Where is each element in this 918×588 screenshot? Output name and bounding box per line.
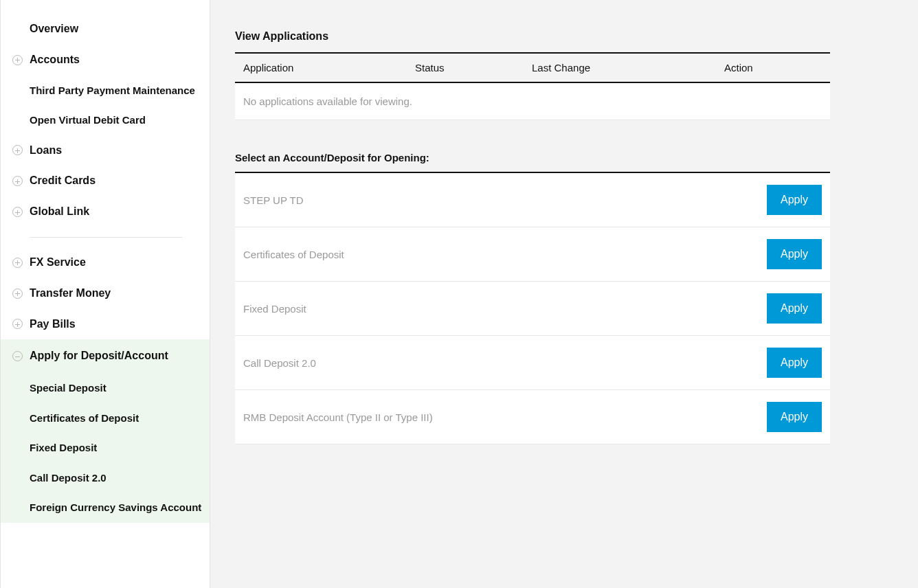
plus-circle-icon <box>12 54 23 65</box>
sidebar-item-overview[interactable]: Overview <box>1 14 210 45</box>
sidebar-item-third-party-payment[interactable]: Third Party Payment Maintenance <box>1 76 210 106</box>
sidebar-item-transfer-money[interactable]: Transfer Money <box>1 278 210 309</box>
deposit-option-row: RMB Deposit Account (Type II or Type III… <box>235 389 830 444</box>
sidebar-item-call-deposit[interactable]: Call Deposit 2.0 <box>1 463 210 493</box>
apply-button[interactable]: Apply <box>767 402 822 432</box>
sidebar-item-fx-service[interactable]: FX Service <box>1 247 210 278</box>
sidebar-group-apply-deposit: Apply for Deposit/Account Special Deposi… <box>1 339 210 522</box>
deposit-option-row: Fixed Deposit Apply <box>235 281 830 335</box>
applications-table-header: Application Status Last Change Action <box>235 54 830 83</box>
apply-button[interactable]: Apply <box>767 185 822 215</box>
deposit-option-label: STEP UP TD <box>243 194 304 206</box>
deposit-option-list: STEP UP TD Apply Certificates of Deposit… <box>235 173 830 444</box>
column-header-action: Action <box>724 62 823 74</box>
sidebar-item-special-deposit[interactable]: Special Deposit <box>1 373 210 403</box>
sidebar-item-open-virtual-debit[interactable]: Open Virtual Debit Card <box>1 105 210 135</box>
sidebar-item-label: Open Virtual Debit Card <box>30 113 146 127</box>
sidebar-item-label: Special Deposit <box>30 381 107 395</box>
sidebar-item-label: Loans <box>30 144 62 158</box>
sidebar-item-label: Apply for Deposit/Account <box>30 349 168 363</box>
sidebar-item-label: Foreign Currency Savings Account <box>30 501 201 514</box>
sidebar-item-accounts[interactable]: Accounts <box>1 45 210 76</box>
column-header-application: Application <box>243 62 415 74</box>
select-account-title: Select an Account/Deposit for Opening: <box>235 152 830 163</box>
sidebar-item-loans[interactable]: Loans <box>1 135 210 166</box>
sidebar-item-label: FX Service <box>30 256 86 270</box>
sidebar-item-label: Pay Bills <box>30 317 76 332</box>
sidebar-divider <box>30 237 182 238</box>
plus-circle-icon <box>12 288 23 299</box>
deposit-option-row: Certificates of Deposit Apply <box>235 227 830 281</box>
deposit-option-row: STEP UP TD Apply <box>235 173 830 227</box>
sidebar-children: Special Deposit Certificates of Deposit … <box>1 373 210 523</box>
sidebar-item-credit-cards[interactable]: Credit Cards <box>1 166 210 196</box>
sidebar-item-pay-bills[interactable]: Pay Bills <box>1 309 210 340</box>
sidebar-item-apply-deposit-account[interactable]: Apply for Deposit/Account <box>1 339 210 373</box>
sidebar-item-label: Accounts <box>30 53 80 67</box>
sidebar-item-label: Global Link <box>30 205 89 219</box>
sidebar-item-label: Call Deposit 2.0 <box>30 471 107 485</box>
plus-circle-icon <box>12 319 23 330</box>
apply-button[interactable]: Apply <box>767 293 822 324</box>
deposit-option-label: Fixed Deposit <box>243 303 306 315</box>
sidebar-item-label: Credit Cards <box>30 174 96 188</box>
sidebar-item-label: Third Party Payment Maintenance <box>30 84 195 98</box>
main-content: View Applications Application Status Las… <box>210 0 918 588</box>
sidebar-item-foreign-currency-savings[interactable]: Foreign Currency Savings Account <box>1 493 210 523</box>
sidebar: Overview Accounts Third Party Payment Ma… <box>0 0 210 588</box>
sidebar-item-certificates-of-deposit[interactable]: Certificates of Deposit <box>1 403 210 433</box>
plus-circle-icon <box>12 176 23 187</box>
sidebar-item-label: Overview <box>30 22 78 36</box>
applications-empty-row: No applications available for viewing. <box>235 83 830 120</box>
deposit-option-row: Call Deposit 2.0 Apply <box>235 335 830 389</box>
sidebar-item-fixed-deposit[interactable]: Fixed Deposit <box>1 433 210 463</box>
apply-button[interactable]: Apply <box>767 348 822 378</box>
sidebar-item-global-link[interactable]: Global Link <box>1 196 210 227</box>
apply-button[interactable]: Apply <box>767 239 822 269</box>
plus-circle-icon <box>12 207 23 218</box>
sidebar-item-label: Transfer Money <box>30 286 111 301</box>
deposit-option-label: Call Deposit 2.0 <box>243 357 316 369</box>
view-applications-title: View Applications <box>235 30 830 43</box>
column-header-status: Status <box>415 62 532 74</box>
plus-circle-icon <box>12 145 23 156</box>
minus-circle-icon <box>12 351 23 362</box>
deposit-option-label: Certificates of Deposit <box>243 249 344 260</box>
sidebar-item-label: Fixed Deposit <box>30 441 97 455</box>
deposit-option-label: RMB Deposit Account (Type II or Type III… <box>243 411 433 423</box>
column-header-last-change: Last Change <box>532 62 724 74</box>
plus-circle-icon <box>12 257 23 268</box>
sidebar-item-label: Certificates of Deposit <box>30 411 139 425</box>
